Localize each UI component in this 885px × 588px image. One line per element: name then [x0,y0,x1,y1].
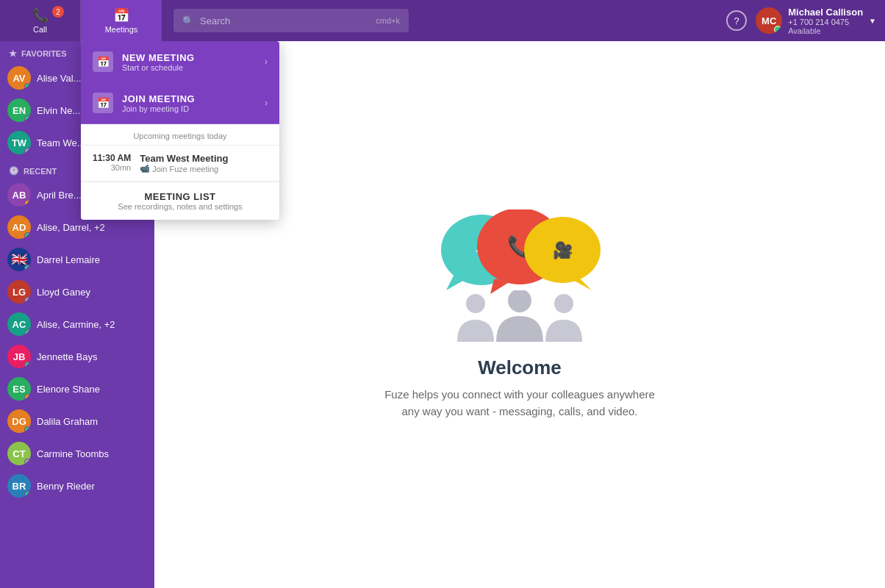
sidebar-item-alise-carmine[interactable]: AC Alise, Carmine, +2 [0,308,154,340]
svg-point-10 [508,290,531,312]
avatar: 🇬🇧 [7,248,31,271]
sidebar-item-lloyd-ganey[interactable]: LG Lloyd Ganey [0,276,154,308]
contact-name: Lloyd Ganey [37,287,90,298]
status-dot [24,362,31,368]
welcome-title: Welcome [478,356,562,379]
status-dot [24,148,31,154]
avatar: ES [7,377,31,401]
avatar: JB [7,345,31,368]
status-dot [24,265,31,271]
contact-name: Alise, Carmine, +2 [37,319,115,330]
call-icon: 📞 [32,7,49,24]
video-icon: 📹 [140,164,150,173]
new-meeting-button[interactable]: 📅 NEW MEETING Start or schedule › [81,41,279,82]
avatar: AV [7,66,31,90]
status-dot [24,200,31,207]
status-dot [24,297,31,304]
user-name: Michael Callison [788,7,863,18]
sidebar-item-elenore-shane[interactable]: ES Elenore Shane [0,373,154,405]
sidebar-item-dalila-graham[interactable]: DG Dalila Graham [0,405,154,437]
search-area: 🔍 cmd+k [162,9,726,32]
meeting-list-item[interactable]: 11:30 AM 30mn Team West Meeting 📹 Join F… [81,146,279,182]
chevron-down-icon: ▼ [869,17,876,25]
topbar-right: ? MC Michael Callison +1 700 214 0475 Av… [726,7,885,35]
user-info: Michael Callison +1 700 214 0475 Availab… [788,7,863,35]
call-badge: 2 [52,6,64,18]
star-icon: ★ [9,49,17,59]
chevron-right-icon: › [265,57,268,67]
avatar: LG [7,280,31,304]
avatar: EN [7,98,31,122]
sidebar-item-darrel-lemaire[interactable]: 🇬🇧 Darrel Lemaire [0,243,154,276]
contact-name: Carmine Toombs [37,448,109,459]
meeting-details: Team West Meeting 📹 Join Fuze meeting [140,153,268,173]
sidebar-item-jennette-bays[interactable]: JB Jennette Bays [0,340,154,373]
welcome-illustration: ··· 📞 🎥 [431,209,608,342]
join-meeting-subtitle: Join by meeting ID [122,104,256,113]
contact-name: April Bre... [37,190,82,201]
join-meeting-title: JOIN MEETING [122,93,256,104]
upcoming-meetings-label: Upcoming meetings today [81,124,279,146]
status-dot [24,83,31,90]
join-meeting-text: JOIN MEETING Join by meeting ID [122,93,256,113]
search-icon: 🔍 [182,15,194,26]
contact-name: Dalila Graham [37,416,98,427]
status-dot [24,329,31,336]
meetings-icon: 📅 [113,7,129,24]
new-meeting-icon: 📅 [93,51,113,72]
meeting-list-button[interactable]: MEETING LIST See recordings, notes and s… [81,182,279,220]
avatar: DG [7,409,31,433]
new-meeting-subtitle: Start or schedule [122,63,256,72]
avatar: AB [7,183,31,207]
meeting-duration: 30mn [93,163,131,172]
avatar: MC [756,7,782,34]
contact-name: Benny Rieder [37,481,95,492]
meeting-time: 11:30 AM 30mn [93,153,131,172]
join-meeting-button[interactable]: 📅 JOIN MEETING Join by meeting ID › [81,82,279,124]
user-profile-button[interactable]: MC Michael Callison +1 700 214 0475 Avai… [756,7,876,35]
avatar: AD [7,215,31,239]
avatar: CT [7,442,31,465]
svg-point-9 [466,294,485,313]
contact-name: Elvin Ne... [37,105,80,116]
join-meeting-icon: 📅 [93,93,113,113]
new-meeting-text: NEW MEETING Start or schedule [122,52,256,72]
help-button[interactable]: ? [726,10,747,31]
main-area: ★ FAVORITES AV Alise Val... EN Elvin Ne.… [0,41,885,588]
user-status: Available [788,26,863,35]
meetings-nav-button[interactable]: 📅 Meetings [81,0,162,41]
contact-name: Team We... [37,137,85,148]
status-dot [24,115,31,122]
status-dot [24,459,31,465]
user-phone: +1 700 214 0475 [788,18,863,26]
meeting-time-value: 11:30 AM [93,153,131,163]
call-label: Call [33,25,47,34]
status-dot [24,394,31,401]
meetings-label: Meetings [105,25,138,34]
meeting-title: Team West Meeting [140,153,268,164]
avatar: TW [7,131,31,154]
new-meeting-title: NEW MEETING [122,52,256,63]
meetings-dropdown: 📅 NEW MEETING Start or schedule › 📅 JOIN… [81,41,279,220]
svg-point-11 [554,294,573,313]
meeting-join-link[interactable]: 📹 Join Fuze meeting [140,164,268,173]
contact-name: Elenore Shane [37,384,100,395]
search-input[interactable] [200,15,370,26]
people-silhouettes-svg [446,290,593,342]
contact-name: Alise Val... [37,73,81,84]
search-shortcut: cmd+k [376,16,400,25]
status-dot [24,426,31,433]
svg-text:🎥: 🎥 [553,240,573,260]
online-status-dot [774,26,781,33]
contact-name: Darrel Lemaire [37,254,100,265]
chevron-right-icon: › [265,98,268,108]
avatar: AC [7,312,31,336]
status-dot [24,232,31,239]
sidebar-item-benny-rieder[interactable]: BR Benny Rieder [0,470,154,502]
contact-name: Alise, Darrel, +2 [37,222,105,233]
meeting-list-title: MEETING LIST [145,191,216,202]
call-nav-button[interactable]: 2 📞 Call [0,0,81,41]
topbar: 2 📞 Call 📅 Meetings 🔍 cmd+k ? MC Michael… [0,0,885,41]
sidebar-item-carmine-toombs[interactable]: CT Carmine Toombs [0,437,154,470]
clock-icon: 🕐 [9,166,19,176]
